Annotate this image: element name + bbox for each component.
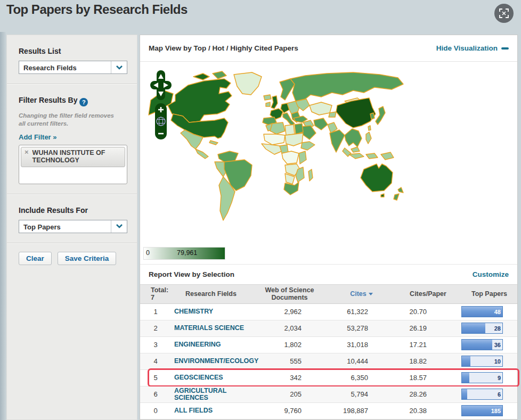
cites-cell: 6,350 [328,374,395,382]
rank-cell: 0 [140,407,171,415]
app-header: Top Papers by Research Fields [0,0,521,32]
cites-per-paper-cell: 17.21 [395,341,461,349]
include-results-section: Include Results For Top Papers [7,194,137,243]
map-view-title: Map View by Top / Hot / Highly Cited Pap… [149,44,298,52]
chevron-down-icon [111,61,127,73]
rank-cell: 6 [140,390,171,398]
active-filters-box: × WUHAN INSTITUTE OF TECHNOLOGY [19,145,127,184]
table-row: 3 ENGINEERING 1,802 31,018 17.21 36 [140,337,517,353]
include-results-selected-value: Top Papers [19,220,111,233]
top-papers-value: 48 [494,309,501,315]
filter-section: Filter Results By ? Changing the filter … [7,84,137,194]
column-header-documents: Web of Science Documents [251,285,328,303]
column-header-cites-sort[interactable]: Cites [328,289,395,299]
documents-cell: 9,760 [251,407,328,415]
top-papers-value: 9 [498,375,501,381]
include-results-label: Include Results For [19,206,126,215]
documents-cell: 205 [251,390,328,398]
documents-cell: 342 [251,374,328,382]
top-papers-bar: 185 [461,405,503,416]
table-row: 0 ALL FIELDS 9,760 198,887 20.38 185 [140,403,517,419]
legend-max-value: 79,961 [177,249,197,257]
top-papers-bar: 36 [461,339,503,350]
report-table-body: 1 CHEMISTRY 2,962 61,322 20.70 48 2 MATE… [140,304,517,419]
page-title: Top Papers by Research Fields [6,2,188,17]
top-papers-cell: 28 [461,323,517,334]
top-papers-value: 28 [494,325,501,332]
sidebar-actions: Clear Save Criteria [7,243,137,274]
cites-cell: 5,794 [328,390,395,398]
world-map-area[interactable]: 0 79,961 [140,62,517,265]
research-field-link[interactable]: MATERIALS SCIENCE [171,325,251,332]
main-panel: Map View by Top / Hot / Highly Cited Pap… [140,35,518,420]
rank-cell: 3 [140,341,171,349]
results-list-select[interactable]: Research Fields [19,61,127,74]
clear-button[interactable]: Clear [19,252,52,265]
cites-per-paper-cell: 26.19 [395,324,461,332]
cites-cell: 31,018 [328,341,395,349]
top-papers-cell: 9 [461,372,517,383]
help-icon[interactable]: ? [79,98,88,106]
sort-desc-icon [369,293,373,295]
cites-per-paper-cell: 18.82 [395,357,461,365]
research-field-link[interactable]: ALL FIELDS [171,407,251,414]
cites-per-paper-cell: 20.70 [395,308,461,316]
save-criteria-button[interactable]: Save Criteria [58,252,117,265]
table-row: 4 ENVIRONMENT/ECOLOGY 555 10,444 18.82 1… [140,353,517,370]
content: Results List Research Fields Filter Resu… [6,35,516,420]
top-papers-value: 185 [491,408,501,414]
research-field-link[interactable]: ENVIRONMENT/ECOLOGY [171,358,251,365]
top-papers-cell: 48 [461,306,517,317]
results-list-selected-value: Research Fields [19,61,111,73]
remove-filter-icon[interactable]: × [25,149,29,157]
top-papers-bar-fill [462,356,470,366]
pan-control [150,70,172,100]
map-color-scale: 0 79,961 [143,247,225,260]
customize-link[interactable]: Customize [473,270,509,278]
research-field-link[interactable]: ENGINEERING [171,341,251,348]
filter-chip: × WUHAN INSTITUTE OF TECHNOLOGY [21,147,125,167]
rank-cell: 2 [140,324,171,332]
zoom-control [155,103,167,139]
top-papers-bar-fill [462,323,485,333]
rank-cell: 4 [140,357,171,365]
report-view-header: Report View by Selection Customize [140,265,517,284]
rank-cell: 5 [140,374,171,382]
map-view-header: Map View by Top / Hot / Highly Cited Pap… [140,35,517,62]
map-zoom-controls[interactable] [149,70,173,141]
column-header-top-papers: Top Papers [461,289,517,299]
top-papers-bar: 28 [461,323,503,334]
top-papers-cell: 185 [461,405,517,416]
research-field-link[interactable]: CHEMISTRY [171,308,251,315]
column-header-research-fields: Research Fields [171,289,251,299]
research-field-link[interactable]: AGRICULTURAL SCIENCES [171,388,251,401]
cites-cell: 61,322 [328,308,395,316]
documents-cell: 2,962 [251,308,328,316]
minus-icon [501,47,509,50]
column-header-cites-per-paper: Cites/Paper [395,289,461,299]
add-filter-link[interactable]: Add Filter » [19,133,57,141]
top-papers-bar: 6 [461,389,503,400]
cites-per-paper-cell: 18.57 [395,374,461,382]
top-papers-bar-fill [462,373,469,383]
chevron-down-icon [111,220,127,233]
cites-cell: 53,278 [328,324,395,332]
top-papers-cell: 36 [461,339,517,350]
results-list-label: Results List [19,47,126,55]
research-field-link[interactable]: GEOSCIENCES [171,374,251,381]
cites-cell: 198,887 [328,407,395,415]
top-papers-cell: 6 [461,389,517,400]
fullscreen-expand-icon[interactable] [494,4,514,23]
filter-results-by-label: Filter Results By ? [19,96,126,106]
hide-visualization-link[interactable]: Hide Visualization [436,44,509,52]
include-results-select[interactable]: Top Papers [19,220,127,233]
documents-cell: 555 [251,357,328,365]
legend-min-value: 0 [146,249,150,257]
filter-chip-label: WUHAN INSTITUTE OF TECHNOLOGY [32,149,121,164]
top-papers-bar: 48 [461,306,503,317]
results-list-section: Results List Research Fields [7,35,137,84]
top-papers-value: 10 [494,358,501,365]
top-papers-value: 36 [494,342,501,348]
cites-per-paper-cell: 20.38 [395,407,461,415]
table-row: 6 AGRICULTURAL SCIENCES 205 5,794 28.26 … [140,386,517,403]
